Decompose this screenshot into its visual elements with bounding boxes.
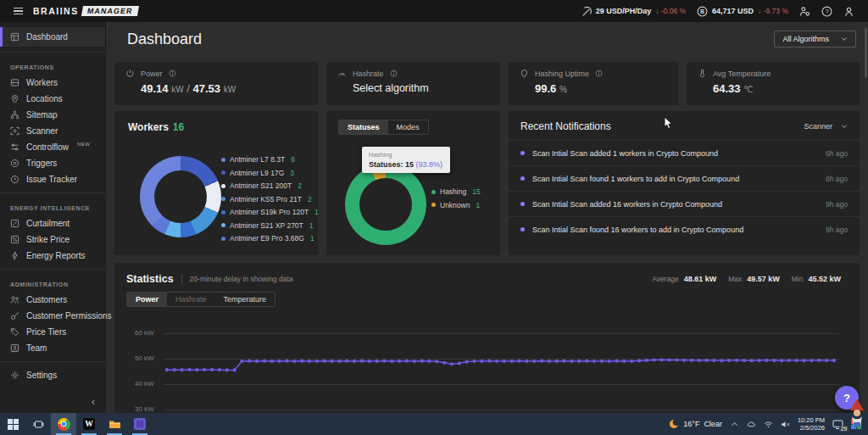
taskbar-file-explorer[interactable] [102, 413, 127, 435]
active-indicator [0, 27, 3, 47]
customers-icon [10, 295, 19, 304]
task-view-button[interactable] [25, 413, 51, 435]
key-icon [10, 311, 19, 321]
legend-item: Antminer S21 XP 270T1 [221, 221, 319, 230]
btc-change: ↓ -9.73 % [758, 7, 788, 15]
workers-title: Workers16 [114, 111, 318, 133]
strike-price-icon [10, 235, 19, 244]
thermometer-icon [698, 69, 707, 78]
help-icon[interactable]: ? [821, 6, 832, 17]
statistics-card: Statistics 20-minute delay in showing da… [114, 263, 860, 413]
sidebar-item-issue-tracker[interactable]: Issue Tracker [0, 171, 105, 187]
info-icon[interactable] [169, 70, 176, 77]
triggers-icon [10, 159, 19, 168]
sidebar-item-curtailment[interactable]: Curtailment [0, 215, 105, 231]
main-content: Dashboard All Algorithms Power 49.14 kW … [106, 22, 868, 413]
sidebar-item-team[interactable]: Team [0, 340, 105, 356]
notifications-filter-select[interactable]: Scanner [804, 122, 848, 131]
volume-muted-icon[interactable] [781, 420, 790, 429]
legend-item: Antminer KS5 Pro 21T2 [221, 195, 319, 204]
folder-icon [108, 419, 121, 430]
legend-item: Antminer S21 200T2 [221, 181, 319, 190]
tab-statuses[interactable]: Statuses [339, 120, 388, 134]
sidebar-item-workers[interactable]: Workers [0, 75, 105, 91]
legend-item: Antminer S19k Pro 120T1 [221, 208, 319, 216]
taskbar-clock[interactable]: 10:20 PM 2/5/2026 [798, 416, 825, 432]
sidebar-item-triggers[interactable]: Triggers [0, 155, 105, 171]
notification-dot [520, 202, 525, 206]
notification-row[interactable]: Scan Intial Scan added 1 workers in Cryp… [509, 140, 860, 165]
svg-text:B: B [700, 8, 704, 14]
chrome-icon [58, 418, 70, 431]
help-fab[interactable]: ? [835, 386, 859, 410]
uptime-value: 99.6 % [535, 82, 667, 95]
sidebar-item-sitemap[interactable]: Sitemap [0, 107, 105, 123]
uptime-icon [520, 69, 529, 78]
energy-reports-icon [10, 251, 19, 260]
hashprice-value: 29 USD/PH/Day [596, 7, 652, 15]
menu-icon[interactable] [14, 8, 23, 15]
section-energy-intelligence: ENERGY INTELLIGENCE [0, 198, 105, 215]
uptime-card: Hashing Uptime 99.6 % [509, 62, 678, 105]
notification-dot [520, 176, 525, 181]
statuses-legend: Hashing15 Unknown1 [431, 187, 481, 209]
sidebar-item-locations[interactable]: Locations [0, 91, 105, 107]
sidebar-item-energy-reports[interactable]: Energy Reports [0, 248, 105, 264]
profile-icon[interactable] [843, 6, 854, 17]
hashrate-value[interactable]: Select algorithm [353, 82, 489, 94]
notification-row[interactable]: Scan Intial Scan found 1 workers to add … [509, 165, 860, 191]
onedrive-icon[interactable] [747, 420, 756, 429]
statistics-tabs: Power Hashrate Temperature [126, 292, 275, 307]
legend-item: Antminer L7 8.3T6 [221, 155, 319, 164]
chevron-down-icon [841, 123, 848, 130]
info-icon[interactable] [390, 70, 398, 77]
sidebar-item-strike-price[interactable]: Strike Price [0, 231, 105, 248]
power-value: 49.14 kW / 47.53 kW [141, 82, 307, 95]
statuses-card: Statuses Modes Hashing Statuses: 15 (93.… [326, 111, 500, 255]
scanner-icon [10, 126, 19, 136]
sidebar-item-dashboard[interactable]: Dashboard [0, 27, 105, 47]
task-view-icon [33, 419, 44, 430]
weather-widget[interactable]: 16°F Clear [669, 419, 722, 429]
legend-item: Antminer L9 17G3 [221, 169, 319, 177]
spotlight-tray-icon[interactable] [851, 419, 861, 429]
btc-value: 64,717 USD [712, 7, 754, 15]
taskbar-wiki-app[interactable]: W [76, 413, 102, 435]
sidebar-item-customer-permissions[interactable]: Customer Permissions [0, 308, 105, 324]
algorithm-filter-select[interactable]: All Algorithms [774, 31, 856, 47]
notification-row[interactable]: Scan Intial Scan added 16 workers in Cry… [509, 191, 860, 216]
hashprice-change: ↓ -0.06 % [655, 7, 686, 15]
sidebar-item-settings[interactable]: Settings [0, 367, 105, 383]
y-tick: 30 kW [135, 405, 154, 413]
braiins-logo[interactable]: BRAIINS MANAGER [33, 6, 137, 16]
sidebar-item-controlflow[interactable]: Controlflow NEW [0, 139, 105, 155]
section-administration: ADMINISTRATION [0, 275, 105, 292]
tab-hashrate[interactable]: Hashrate [167, 293, 215, 306]
tray-expand-icon[interactable] [730, 420, 739, 429]
status-mode-tabs: Statuses Modes [338, 120, 429, 135]
tab-power[interactable]: Power [127, 293, 167, 306]
brand-primary: BRAIINS [33, 6, 79, 16]
action-center-button[interactable]: 29 [832, 420, 843, 429]
network-icon[interactable] [764, 420, 773, 429]
statistics-summary: Average48.61 kW Max49.57 kW Min45.52 kW [652, 275, 848, 283]
sidebar-item-price-tiers[interactable]: Price Tiers [0, 324, 105, 340]
sidebar-item-customers[interactable]: Customers [0, 292, 105, 308]
tab-modes[interactable]: Modes [388, 120, 428, 134]
moon-icon [669, 419, 679, 429]
sidebar-collapse-icon[interactable]: ‹ [92, 395, 95, 408]
info-icon[interactable] [595, 70, 603, 77]
dashboard-icon [10, 32, 19, 42]
tab-temperature[interactable]: Temperature [215, 293, 275, 306]
scrollbar-thumb[interactable] [865, 27, 867, 78]
start-button[interactable] [0, 413, 25, 435]
power-icon [125, 69, 135, 78]
notification-row[interactable]: Scan Intial Scan found 16 workers to add… [509, 216, 860, 242]
w-app-icon: W [83, 418, 95, 430]
sidebar-item-scanner[interactable]: Scanner [0, 123, 105, 139]
taskbar-chrome[interactable] [51, 413, 76, 435]
workers-legend: Antminer L7 8.3T6 Antminer L9 17G3 Antmi… [221, 155, 319, 243]
taskbar-purple-app[interactable] [127, 413, 153, 435]
sidebar: Dashboard OPERATIONS Workers Locations S… [0, 22, 106, 413]
user-settings-icon[interactable] [799, 6, 810, 17]
